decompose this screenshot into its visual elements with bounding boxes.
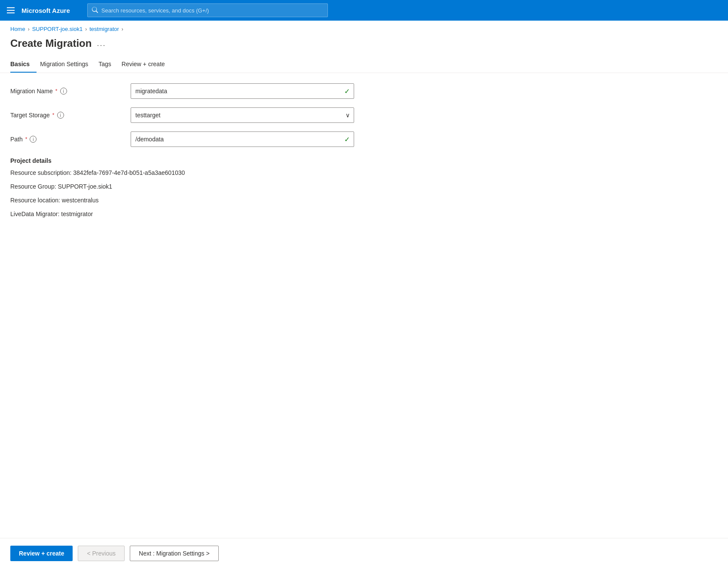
breadcrumb: Home › SUPPORT-joe.siok1 › testmigrator … bbox=[0, 21, 728, 34]
target-storage-label: Target Storage * i bbox=[10, 112, 131, 119]
tab-review-create[interactable]: Review + create bbox=[122, 56, 172, 73]
path-input[interactable] bbox=[131, 131, 354, 147]
migration-name-required: * bbox=[55, 88, 58, 94]
project-details-title: Project details bbox=[10, 157, 718, 164]
resource-location-detail: Resource location: westcentralus bbox=[10, 197, 718, 204]
search-input[interactable] bbox=[101, 7, 323, 14]
path-required: * bbox=[25, 136, 28, 142]
path-input-container: ✓ bbox=[131, 131, 354, 147]
migration-name-row: Migration Name * i ✓ bbox=[10, 83, 718, 99]
tab-tags[interactable]: Tags bbox=[98, 56, 118, 73]
target-storage-required: * bbox=[52, 112, 55, 118]
migration-name-input-container: ✓ bbox=[131, 83, 354, 99]
breadcrumb-home[interactable]: Home bbox=[10, 26, 25, 32]
migration-name-check-icon: ✓ bbox=[344, 87, 350, 95]
livedata-migrator-detail: LiveData Migrator: testmigrator bbox=[10, 211, 718, 217]
search-icon bbox=[92, 7, 98, 14]
page-title-area: Create Migration ... bbox=[0, 34, 728, 56]
target-storage-input-wrapper: testtarget ∨ bbox=[131, 107, 354, 123]
migration-name-info-icon[interactable]: i bbox=[60, 88, 67, 95]
topbar: Microsoft Azure bbox=[0, 0, 728, 21]
page-title: Create Migration bbox=[10, 37, 92, 49]
tab-basics[interactable]: Basics bbox=[10, 56, 37, 73]
migration-name-label: Migration Name * i bbox=[10, 88, 131, 95]
path-input-wrapper: ✓ bbox=[131, 131, 354, 147]
target-storage-row: Target Storage * i testtarget ∨ bbox=[10, 107, 718, 123]
breadcrumb-separator-3: › bbox=[122, 26, 123, 32]
resource-group-detail: Resource Group: SUPPORT-joe.siok1 bbox=[10, 183, 718, 190]
target-storage-select-container: testtarget ∨ bbox=[131, 107, 354, 123]
subscription-detail: Resource subscription: 3842fefa-7697-4e7… bbox=[10, 169, 718, 176]
breadcrumb-testmigrator[interactable]: testmigrator bbox=[89, 26, 119, 32]
path-row: Path * i ✓ bbox=[10, 131, 718, 147]
review-create-button[interactable]: Review + create bbox=[10, 546, 73, 561]
path-check-icon: ✓ bbox=[344, 135, 350, 144]
breadcrumb-separator-2: › bbox=[85, 26, 87, 32]
form-content: Migration Name * i ✓ Target Storage * i … bbox=[0, 83, 728, 217]
migration-name-input-wrapper: ✓ bbox=[131, 83, 354, 99]
tabs: Basics Migration Settings Tags Review + … bbox=[0, 56, 728, 73]
path-label: Path * i bbox=[10, 136, 131, 143]
next-button[interactable]: Next : Migration Settings > bbox=[130, 546, 219, 561]
search-bar[interactable] bbox=[87, 3, 328, 17]
path-info-icon[interactable]: i bbox=[30, 136, 37, 143]
footer: Review + create < Previous Next : Migrat… bbox=[0, 538, 728, 568]
breadcrumb-support[interactable]: SUPPORT-joe.siok1 bbox=[32, 26, 83, 32]
page-options-button[interactable]: ... bbox=[97, 39, 106, 48]
tab-migration-settings[interactable]: Migration Settings bbox=[40, 56, 95, 73]
hamburger-menu-button[interactable] bbox=[7, 7, 15, 13]
breadcrumb-separator-1: › bbox=[28, 26, 30, 32]
app-title: Microsoft Azure bbox=[21, 7, 70, 14]
previous-button[interactable]: < Previous bbox=[78, 546, 125, 561]
target-storage-select[interactable]: testtarget bbox=[131, 107, 354, 123]
target-storage-info-icon[interactable]: i bbox=[57, 112, 64, 119]
migration-name-input[interactable] bbox=[131, 83, 354, 99]
project-details-section: Project details Resource subscription: 3… bbox=[10, 157, 718, 217]
